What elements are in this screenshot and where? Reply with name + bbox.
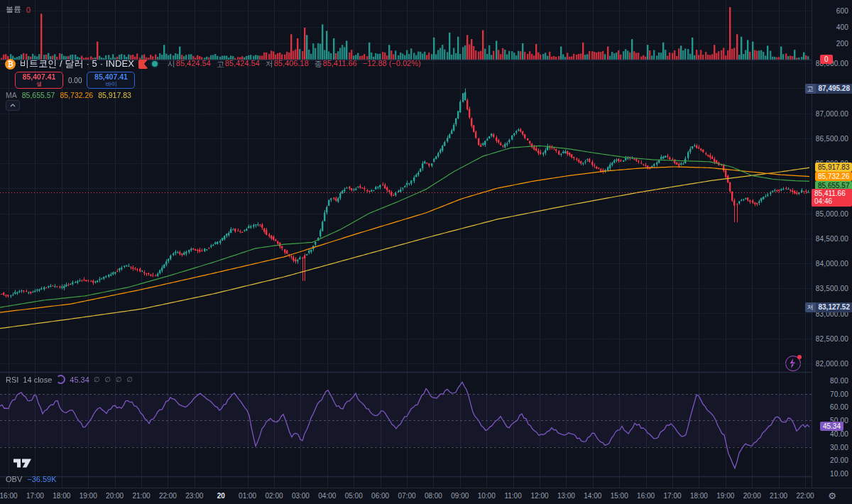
spread-value: 0.00	[68, 77, 82, 84]
rsi-subtitle: 14 close	[23, 376, 52, 384]
chevron-up-icon	[10, 104, 16, 107]
time-axis-label: 09:00	[451, 492, 469, 500]
volume-indicator-legend[interactable]: 볼륨 0	[6, 4, 31, 15]
price-axis-tick: 82,500.00	[816, 335, 848, 343]
trade-buttons: 85,407.41 셀 0.00 85,407.41 바이	[15, 72, 135, 89]
last-price-value: 85,411.66	[814, 190, 850, 197]
symbol-title[interactable]: 비트코인 / 달러 · 5 · INDEX	[20, 57, 134, 70]
time-axis-settings-icon[interactable]: ⚙	[827, 491, 837, 501]
last-price-badge: 85,411.6604:46	[812, 189, 852, 207]
time-axis-label: 12:00	[530, 492, 548, 500]
time-axis-label: 18:00	[690, 492, 708, 500]
price-axis-tick: 84,500.00	[816, 235, 848, 243]
ohlc-values: 시85,424.54고85,424.54저85,406.18종85,411.66…	[168, 59, 421, 70]
ohlc-pair: 시85,424.54	[168, 59, 211, 70]
time-axis-label: 01:00	[239, 492, 256, 500]
ohlc-pair: 저85,406.18	[266, 59, 309, 70]
time-axis-label: 17:00	[26, 492, 44, 500]
time-axis-label: 19:00	[716, 492, 734, 500]
volume-value: 0	[26, 6, 31, 14]
sell-button[interactable]: 85,407.41 셀	[15, 72, 63, 89]
rsi-loader-icon	[56, 375, 65, 384]
ma-mid-value: 85,732.26	[60, 91, 93, 99]
rsi-axis-tick: 60.00	[830, 403, 848, 411]
sell-label: 셀	[36, 82, 42, 87]
rsi-indicator-legend[interactable]: RSI 14 close 45.34 ∅ ∅ ∅ ∅	[6, 375, 134, 384]
obv-label: OBV	[6, 475, 22, 483]
sell-price: 85,407.41	[23, 73, 56, 81]
price-axis-tick: 83,500.00	[816, 285, 848, 292]
volume-axis-tick: 600	[836, 7, 848, 15]
time-axis[interactable]: 16:0017:0018:0019:0020:0021:0022:0023:00…	[0, 488, 852, 504]
time-axis-label: 21:00	[132, 492, 150, 500]
time-axis-label: 21:00	[770, 492, 787, 500]
symbol-row: ₿ 비트코인 / 달러 · 5 · INDEX 시85,424.54고85,42…	[5, 57, 421, 70]
time-axis-label: 20:00	[106, 492, 124, 500]
time-axis-label: 16:00	[637, 492, 655, 500]
time-axis-label: 20:00	[743, 492, 761, 500]
buy-button[interactable]: 85,407.41 바이	[87, 72, 135, 89]
time-axis-label: 22:00	[796, 492, 814, 500]
time-axis-label: 03:00	[292, 492, 310, 500]
time-axis-label: 20	[217, 492, 225, 500]
time-axis-label: 08:00	[425, 492, 442, 500]
time-axis-label: 19:00	[80, 492, 97, 500]
price-axis-tick: 87,000.00	[816, 110, 848, 118]
price-axis-tick: 85,000.00	[816, 210, 848, 218]
buy-label: 바이	[105, 82, 116, 87]
obv-indicator-legend[interactable]: OBV −36.59K	[6, 475, 57, 483]
rsi-axis-tick: 30.00	[830, 444, 848, 451]
obv-value: −36.59K	[27, 475, 56, 483]
time-axis-label: 13:00	[557, 492, 575, 500]
ohlc-pair: 고85,424.54	[217, 59, 260, 70]
time-axis-label: 07:00	[398, 492, 415, 500]
rsi-axis-tick: 40.00	[830, 430, 848, 438]
ma-price-badge: 85,917.83	[815, 163, 852, 172]
buy-price: 85,407.41	[94, 73, 128, 81]
volume-axis-tick: 400	[836, 23, 848, 31]
rsi-axis-tick: 70.00	[830, 390, 848, 398]
time-axis-label: 15:00	[611, 492, 628, 500]
ma-label: MA	[6, 91, 17, 99]
low-price-badge: 저가83,127.52	[805, 302, 852, 312]
price-axis-tick: 82,000.00	[816, 360, 848, 368]
time-axis-label: 06:00	[371, 492, 389, 500]
time-axis-label: 04:00	[318, 492, 336, 500]
price-axis-tick: 84,000.00	[816, 260, 848, 268]
market-status-icon	[152, 61, 158, 67]
tradingview-logo[interactable]	[13, 458, 32, 471]
candle-countdown: 04:46	[814, 197, 850, 205]
time-axis-label: 14:00	[584, 492, 601, 500]
time-axis-label: 10:00	[478, 492, 496, 500]
change-value: −12.88 (−0.02%)	[363, 59, 421, 70]
time-axis-label: 05:00	[345, 492, 363, 500]
rsi-value-badge: 45.34	[820, 422, 843, 431]
time-axis-label: 22:00	[159, 492, 177, 500]
time-axis-label: 17:00	[663, 492, 681, 500]
high-price-badge: 고가87,495.28	[805, 84, 852, 94]
price-axis[interactable]: 60040020088,000.0087,500.0087,000.0086,5…	[812, 0, 852, 488]
rsi-value: 45.34	[70, 376, 89, 384]
time-axis-label: 16:00	[0, 492, 18, 500]
bitcoin-icon: ₿	[5, 59, 16, 70]
ma-slow-value: 85,917.83	[98, 91, 131, 99]
time-axis-label: 11:00	[504, 492, 521, 500]
ma-price-badge: 85,732.26	[815, 172, 852, 181]
ohlc-pair: 종85,411.66	[315, 59, 357, 70]
rsi-axis-tick: 80.00	[830, 377, 848, 385]
volume-axis-tick: 200	[836, 40, 848, 48]
time-axis-label: 23:00	[185, 492, 203, 500]
rsi-title: RSI	[6, 376, 18, 384]
rsi-empty-values: ∅ ∅ ∅ ∅	[94, 376, 134, 383]
time-axis-label: 02:00	[265, 492, 283, 500]
collapse-legend-button[interactable]	[6, 100, 20, 111]
price-axis-tick: 86,500.00	[816, 135, 848, 143]
index-provider-icon	[138, 60, 148, 69]
time-axis-label: 18:00	[53, 492, 70, 500]
rsi-axis-tick: 10.00	[830, 470, 848, 478]
ma-fast-value: 85,655.57	[22, 91, 55, 99]
volume-last-badge: 0	[820, 55, 833, 64]
trading-chart-app: { "colors": { "bg": "#0d121d", "grid_v":…	[0, 0, 852, 504]
volume-label: 볼륨	[6, 4, 21, 15]
ma-indicator-legend[interactable]: MA 85,655.57 85,732.26 85,917.83	[6, 91, 131, 99]
